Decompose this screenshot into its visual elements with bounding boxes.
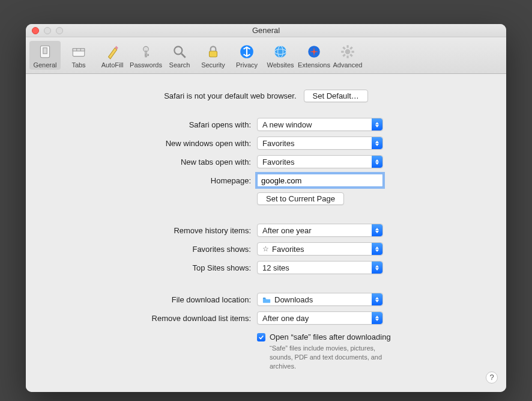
select-value: After one day: [262, 314, 309, 323]
tab-label: Security: [201, 61, 225, 69]
general-icon: [37, 43, 53, 60]
svg-point-13: [274, 46, 286, 58]
select-value: 12 sites: [262, 263, 289, 272]
svg-rect-7: [145, 51, 147, 57]
svg-rect-11: [210, 51, 217, 57]
tab-label: Extensions: [298, 61, 330, 69]
select-value: Favorites: [262, 139, 294, 148]
preferences-window: General General Tabs AutoFill Passwords: [26, 24, 506, 392]
tab-extensions[interactable]: Extensions: [298, 41, 330, 70]
folder-icon: [262, 296, 271, 303]
select-value: Downloads: [274, 295, 313, 304]
titlebar: General: [26, 24, 506, 37]
chevron-updown-icon: [372, 243, 382, 255]
select-remove-history[interactable]: After one year: [257, 224, 383, 237]
websites-icon: [272, 43, 289, 60]
select-value: After one year: [262, 226, 312, 235]
svg-line-10: [181, 54, 186, 58]
svg-line-23: [343, 47, 345, 49]
tabs-icon: [70, 43, 87, 60]
tab-search[interactable]: Search: [164, 41, 195, 70]
default-browser-message: Safari is not your default web browser.: [164, 91, 296, 100]
maximize-button[interactable]: [56, 27, 63, 34]
tab-general[interactable]: General: [29, 41, 61, 70]
select-new-windows[interactable]: Favorites: [257, 136, 383, 150]
select-top-sites[interactable]: 12 sites: [257, 261, 383, 274]
tab-security[interactable]: Security: [198, 41, 229, 70]
select-remove-downloads[interactable]: After one day: [257, 311, 383, 325]
tab-autofill[interactable]: AutoFill: [97, 41, 128, 70]
tab-label: AutoFill: [101, 61, 124, 69]
tab-websites[interactable]: Websites: [265, 41, 296, 70]
select-value: Favorites: [262, 158, 294, 167]
default-browser-row: Safari is not your default web browser. …: [44, 90, 488, 102]
tab-label: Tabs: [71, 61, 85, 69]
search-icon: [171, 43, 188, 60]
tab-label: Search: [169, 61, 190, 69]
passwords-icon: [138, 43, 154, 60]
open-safe-files-checkbox[interactable]: [257, 333, 265, 341]
select-favorites-shows[interactable]: ☆ Favorites: [257, 242, 383, 256]
svg-line-26: [350, 47, 352, 49]
open-safe-files-sub: “Safe” files include movies, pictures, s…: [257, 344, 395, 371]
svg-point-9: [174, 46, 182, 54]
label-new-tabs: New tabs open with:: [44, 158, 257, 167]
minimize-button[interactable]: [44, 27, 51, 34]
tab-label: General: [33, 61, 56, 69]
extensions-icon: [306, 43, 322, 60]
chevron-updown-icon: [372, 312, 382, 324]
open-safe-files-label: Open “safe” files after downloading: [270, 332, 391, 341]
label-remove-downloads: Remove download list items:: [44, 314, 257, 323]
tab-advanced[interactable]: Advanced: [332, 41, 363, 70]
label-new-windows: New windows open with:: [44, 139, 257, 148]
help-button[interactable]: ?: [486, 372, 498, 384]
label-favorites-shows: Favorites shows:: [44, 245, 257, 254]
close-button[interactable]: [32, 27, 39, 34]
label-opens-with: Safari opens with:: [44, 120, 257, 129]
autofill-icon: [104, 43, 121, 60]
set-to-current-page-button[interactable]: Set to Current Page: [257, 192, 344, 205]
chevron-updown-icon: [372, 137, 382, 149]
tab-label: Advanced: [333, 61, 363, 69]
svg-line-25: [343, 54, 345, 56]
svg-line-24: [350, 54, 352, 56]
window-title: General: [252, 26, 280, 35]
svg-rect-8: [145, 54, 148, 55]
label-download-location: File download location:: [44, 295, 257, 304]
chevron-updown-icon: [372, 118, 382, 130]
advanced-icon: [339, 43, 356, 60]
tab-passwords[interactable]: Passwords: [130, 41, 162, 70]
svg-rect-27: [263, 298, 265, 299]
select-value: A new window: [262, 120, 312, 129]
select-value: Favorites: [272, 245, 304, 254]
select-new-tabs[interactable]: Favorites: [257, 155, 383, 168]
svg-point-18: [345, 49, 351, 55]
label-top-sites: Top Sites shows:: [44, 263, 257, 272]
security-icon: [205, 43, 222, 60]
chevron-updown-icon: [372, 224, 382, 236]
chevron-updown-icon: [372, 262, 382, 274]
select-opens-with[interactable]: A new window: [257, 118, 383, 131]
label-homepage: Homepage:: [44, 176, 257, 185]
tab-label: Privacy: [236, 61, 258, 69]
svg-rect-3: [73, 49, 85, 51]
tab-tabs[interactable]: Tabs: [63, 41, 94, 70]
content: Safari is not your default web browser. …: [26, 74, 506, 392]
label-remove-history: Remove history items:: [44, 226, 257, 235]
chevron-updown-icon: [372, 293, 382, 305]
star-icon: ☆: [262, 245, 269, 253]
svg-rect-1: [43, 48, 47, 54]
chevron-updown-icon: [372, 156, 382, 168]
tab-label: Websites: [267, 61, 294, 69]
traffic-lights: [32, 27, 63, 34]
privacy-icon: [238, 43, 255, 60]
tab-label: Passwords: [130, 61, 162, 69]
homepage-input[interactable]: [257, 174, 383, 187]
set-default-button[interactable]: Set Default…: [304, 90, 368, 102]
tab-privacy[interactable]: Privacy: [231, 41, 262, 70]
prefs-toolbar: General Tabs AutoFill Passwords Search: [26, 37, 506, 74]
select-download-location[interactable]: Downloads: [257, 293, 383, 306]
